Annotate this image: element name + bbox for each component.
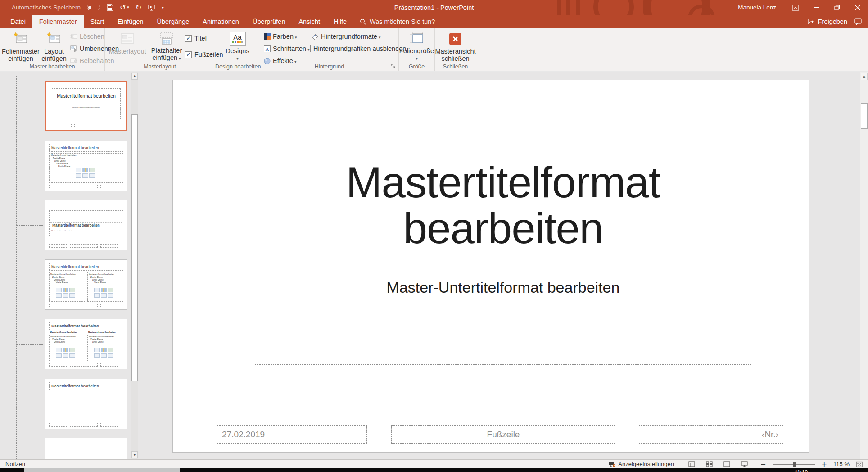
slideshow-view-icon[interactable] xyxy=(741,461,748,467)
display-settings-label: Anzeigeeinstellungen xyxy=(618,461,674,467)
fonts-label: Schriftarten xyxy=(273,45,310,52)
slide-number-placeholder[interactable]: ‹Nr.› xyxy=(639,425,783,444)
insert-layout-button[interactable]: Layout einfügen xyxy=(40,29,68,64)
layout-thumbnail-section-header[interactable]: Mastertitelformat bearbeiten Mastertextf… xyxy=(45,200,127,250)
master-hierarchy-line xyxy=(16,76,17,459)
ribbon-tab-bar: Datei Folienmaster Start Einfügen Übergä… xyxy=(0,15,868,28)
tab-uebergaenge[interactable]: Übergänge xyxy=(150,15,196,28)
scrollbar-thumb[interactable] xyxy=(861,103,868,129)
layout-thumbnail-title-only[interactable]: Mastertitelformat bearbeiten xyxy=(45,379,127,429)
delete-icon xyxy=(70,33,77,40)
tab-folienmaster[interactable]: Folienmaster xyxy=(32,15,84,28)
tab-start[interactable]: Start xyxy=(84,15,111,28)
slide-sorter-view-icon[interactable] xyxy=(706,461,713,467)
title-checkbox-box: ✓ xyxy=(185,35,192,42)
save-icon[interactable] xyxy=(107,4,113,11)
colors-icon xyxy=(264,33,271,40)
comments-icon[interactable] xyxy=(854,18,862,25)
footer-placeholder[interactable]: Fußzeile xyxy=(391,425,615,444)
group-hintergrund: Farben A Schriftarten Effekte Hintergr xyxy=(260,28,398,71)
fonts-button[interactable]: A Schriftarten xyxy=(262,44,310,54)
redo-icon[interactable]: ↻ xyxy=(136,4,141,11)
slide-number-placeholder-text: ‹Nr.› xyxy=(762,430,778,440)
scroll-down-icon[interactable]: ▼ xyxy=(131,451,138,458)
content-placeholder-icons xyxy=(56,348,75,358)
insert-placeholder-button[interactable]: Platzhalter einfügen xyxy=(148,29,185,64)
layout-thumbnail-two-content[interactable]: Mastertitelformat bearbeiten Mastertextf… xyxy=(45,259,127,310)
close-master-view-button[interactable]: Masteransicht schließen xyxy=(436,29,475,64)
themes-button[interactable]: Aa Designs xyxy=(222,29,253,64)
background-styles-button[interactable]: Hintergrundformate xyxy=(310,32,396,41)
close-master-view-icon xyxy=(449,31,461,47)
close-button[interactable] xyxy=(847,0,868,15)
autosave-label: Automatisches Speichern xyxy=(12,4,81,11)
tab-hilfe[interactable]: Hilfe xyxy=(327,15,353,28)
autosave-toggle[interactable] xyxy=(87,5,100,10)
group-masterlayout: Masterlayout Platzhalter einfügen ✓ Tite… xyxy=(104,28,215,71)
slide-size-button[interactable]: Foliengröße xyxy=(401,29,433,64)
zoom-out-icon[interactable]: − xyxy=(760,460,766,468)
delete-label: Löschen xyxy=(80,33,104,40)
insert-slide-master-icon xyxy=(14,31,28,47)
layout-thumbnail-comparison[interactable]: Mastertitelformat bearbeiten Mastertextf… xyxy=(45,319,127,369)
thumb-title: Mastertitelformat bearbeiten xyxy=(51,264,99,269)
thumb-title: Mastertitelformat bearbeiten xyxy=(51,384,99,388)
ribbon-display-options-icon[interactable] xyxy=(785,0,806,15)
normal-view-icon[interactable] xyxy=(688,461,695,467)
notes-button[interactable]: Notizen xyxy=(0,461,25,467)
main-vertical-scrollbar[interactable]: ▲ xyxy=(860,72,868,459)
tell-me-search[interactable]: Was möchten Sie tun? xyxy=(353,15,441,28)
tab-ueberpruefen[interactable]: Überprüfen xyxy=(246,15,292,28)
close-master-view-label: Masteransicht schließen xyxy=(435,48,475,62)
reading-view-icon[interactable] xyxy=(723,461,730,467)
insert-layout-label: Layout einfügen xyxy=(41,48,67,62)
hide-background-graphics-checkbox[interactable]: Hintergrundgrafiken ausblenden xyxy=(310,44,396,54)
share-icon xyxy=(808,18,815,25)
restore-button[interactable] xyxy=(827,0,847,15)
undo-icon[interactable]: ↺ ▾ xyxy=(120,4,129,11)
zoom-slider-thumb[interactable] xyxy=(793,462,796,467)
svg-text:A: A xyxy=(266,46,269,51)
group-label-design-bearbeiten: Design bearbeiten xyxy=(215,64,260,70)
subtitle-placeholder[interactable]: Master-Untertitelformat bearbeiten xyxy=(255,273,751,365)
group-label-hintergrund: Hintergrund xyxy=(260,64,398,70)
layout-thumbnail-title-content[interactable]: Mastertitelformat bearbeiten Mastertextf… xyxy=(45,141,127,191)
slide-thumbnail-panel: Mastertitelformat bearbeiten Master-Unte… xyxy=(0,72,138,459)
start-slideshow-icon[interactable] xyxy=(148,5,155,11)
content-placeholder-icons xyxy=(94,288,113,298)
tab-einfuegen[interactable]: Einfügen xyxy=(111,15,150,28)
group-label-schliessen: Schließen xyxy=(435,64,476,70)
search-label: Was möchten Sie tun? xyxy=(370,18,435,25)
zoom-slider[interactable] xyxy=(773,464,815,465)
slide-size-dropdown-icon xyxy=(416,54,418,62)
layout-thumbnail-blank[interactable] xyxy=(45,438,127,459)
thumb-title: Mastertitelformat bearbeiten xyxy=(57,94,116,99)
slide-master-canvas[interactable]: Mastertitelformat bearbeiten Master-Unte… xyxy=(172,80,809,453)
zoom-level[interactable]: 115 % xyxy=(833,461,850,467)
share-button[interactable]: Freigeben xyxy=(808,18,847,25)
tab-file[interactable]: Datei xyxy=(4,15,32,28)
workspace: Mastertitelformat bearbeiten Master-Unte… xyxy=(0,72,868,459)
fit-slide-to-window-icon[interactable] xyxy=(856,461,863,467)
customize-qat-icon[interactable]: ▾ xyxy=(162,5,164,10)
scroll-up-icon[interactable]: ▲ xyxy=(131,73,138,80)
insert-slide-master-button[interactable]: Folienmaster einfügen xyxy=(2,29,40,64)
tab-animationen[interactable]: Animationen xyxy=(196,15,246,28)
undo-dropdown-icon[interactable]: ▾ xyxy=(126,5,129,9)
date-placeholder[interactable]: 27.02.2019 xyxy=(217,425,367,444)
tab-ansicht[interactable]: Ansicht xyxy=(292,15,327,28)
insert-placeholder-label: Platzhalter einfügen xyxy=(151,47,182,62)
slide-size-label: Foliengröße xyxy=(399,47,434,54)
user-name[interactable]: Manuela Lenz xyxy=(738,4,776,11)
thumbnail-panel-scrollbar[interactable]: ▲ ▼ xyxy=(131,72,138,459)
zoom-in-icon[interactable]: + xyxy=(822,460,827,468)
scroll-up-icon[interactable]: ▲ xyxy=(861,73,868,80)
slide-master-thumbnail[interactable]: Mastertitelformat bearbeiten Master-Unte… xyxy=(45,81,127,131)
thumb-title: Mastertitelformat bearbeiten xyxy=(51,145,99,150)
title-placeholder[interactable]: Mastertitelformat bearbeiten xyxy=(255,141,751,270)
display-settings-button[interactable]: Anzeigeeinstellungen xyxy=(608,461,674,467)
colors-button[interactable]: Farben xyxy=(262,32,310,41)
thumb-number-placeholder xyxy=(107,124,121,127)
scrollbar-thumb[interactable] xyxy=(131,114,138,381)
minimize-button[interactable] xyxy=(806,0,827,15)
